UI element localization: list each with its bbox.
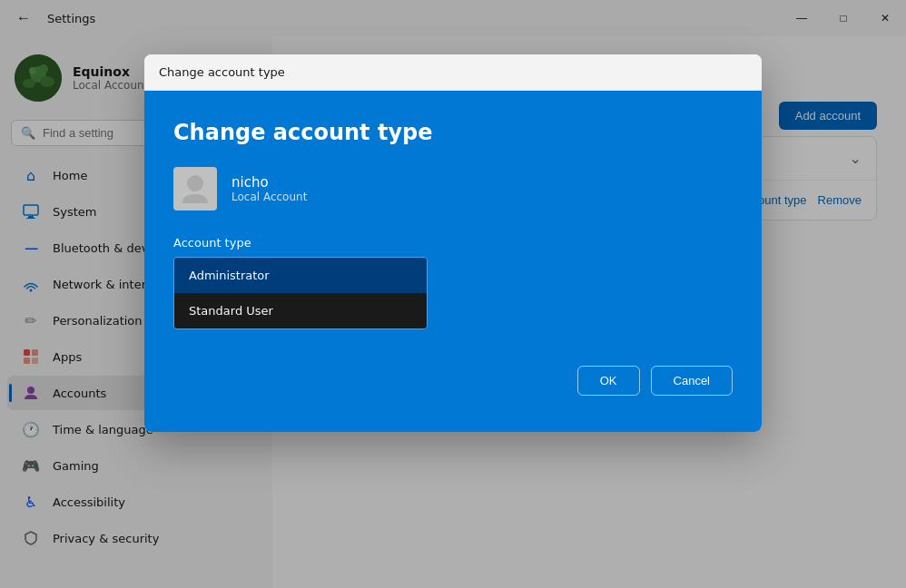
account-type-dropdown[interactable]: Administrator Standard User xyxy=(173,257,428,329)
account-type-label: Account type xyxy=(173,236,733,250)
dialog-user-row: nicho Local Account xyxy=(173,167,733,211)
cancel-button[interactable]: Cancel xyxy=(651,366,733,396)
ok-button[interactable]: OK xyxy=(577,366,640,396)
dialog-titlebar-label: Change account type xyxy=(159,65,285,79)
dialog-actions: OK Cancel xyxy=(173,366,733,396)
dialog-user-sub: Local Account xyxy=(231,191,307,203)
dialog-username: nicho xyxy=(231,174,307,191)
dialog-title: Change account type xyxy=(173,120,733,145)
dropdown-item-administrator[interactable]: Administrator xyxy=(174,258,427,293)
dialog-user-info: nicho Local Account xyxy=(231,174,307,203)
dialog-body: Change account type nicho Local Account … xyxy=(144,91,762,432)
svg-point-15 xyxy=(187,175,203,191)
dialog-avatar xyxy=(173,167,217,211)
dialog-titlebar: Change account type xyxy=(144,54,762,91)
change-account-dialog: Change account type Change account type … xyxy=(144,54,762,432)
dropdown-item-standard[interactable]: Standard User xyxy=(174,293,427,328)
modal-overlay: Change account type Change account type … xyxy=(0,0,906,588)
